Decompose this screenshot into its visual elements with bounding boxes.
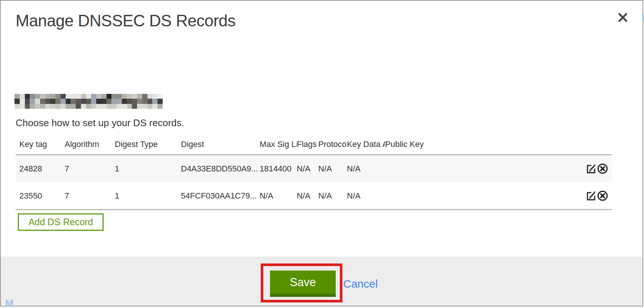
manage-dnssec-ds-records-dialog: Manage DNSSEC DS Records Choose how to s… (0, 0, 643, 307)
cell-max_sig_life: 1814400 (260, 164, 297, 174)
cell-digest: D4A33E8DD550A9... (181, 164, 260, 174)
delete-icon[interactable] (597, 163, 608, 174)
row-actions (576, 163, 608, 174)
screenshot-root: M Manage DNSSEC DS Records Choose how to… (0, 0, 644, 308)
cell-algorithm: 7 (65, 164, 115, 174)
cell-digest: 54FCF030AA1C79... (181, 191, 260, 201)
save-button[interactable]: Save (270, 271, 336, 297)
cell-digest_type: 1 (115, 164, 181, 174)
domain-name-redacted (14, 94, 163, 109)
cancel-link[interactable]: Cancel (343, 271, 378, 297)
cell-protocol: N/A (318, 191, 347, 201)
cell-flags: N/A (297, 164, 318, 174)
ds-records-table: Key tagAlgorithmDigest TypeDigestMax Sig… (16, 127, 612, 210)
table-row: 2482871D4A33E8DD550A9...1814400N/AN/AN/A (16, 155, 612, 182)
close-icon[interactable] (616, 10, 630, 24)
column-header-flags: Flags (297, 140, 318, 154)
cell-flags: N/A (297, 191, 318, 201)
edit-icon[interactable] (586, 163, 596, 174)
table-row: 235507154FCF030AA1C79...N/AN/AN/AN/A (16, 182, 612, 209)
column-header-digest_type: Digest Type (115, 140, 181, 154)
background-artifact (642, 14, 644, 21)
column-header-key_data_alg: Key Data Alg (347, 140, 385, 154)
cell-key_tag: 23550 (19, 191, 65, 201)
cell-digest_type: 1 (115, 191, 181, 201)
dialog-title: Manage DNSSEC DS Records (16, 11, 235, 30)
cell-max_sig_life: N/A (260, 191, 297, 201)
cell-protocol: N/A (318, 164, 347, 174)
delete-icon[interactable] (597, 190, 608, 201)
edit-icon[interactable] (586, 190, 596, 201)
table-header-row: Key tagAlgorithmDigest TypeDigestMax Sig… (16, 127, 612, 155)
cell-key_data_alg: N/A (347, 164, 385, 174)
column-header-protocol: Protocol (318, 140, 347, 154)
cell-key_tag: 24828 (19, 164, 65, 174)
column-header-algorithm: Algorithm (65, 140, 115, 154)
column-header-digest: Digest (181, 140, 260, 154)
column-header-max_sig_life: Max Sig Life (260, 140, 297, 154)
background-artifact: M (5, 298, 14, 308)
column-header-public_key: Public Key (385, 140, 576, 154)
add-ds-record-button[interactable]: Add DS Record (18, 213, 104, 231)
column-header-key_tag: Key tag (19, 140, 65, 154)
row-actions (576, 190, 608, 201)
cell-key_data_alg: N/A (347, 191, 385, 201)
cell-algorithm: 7 (65, 191, 115, 201)
